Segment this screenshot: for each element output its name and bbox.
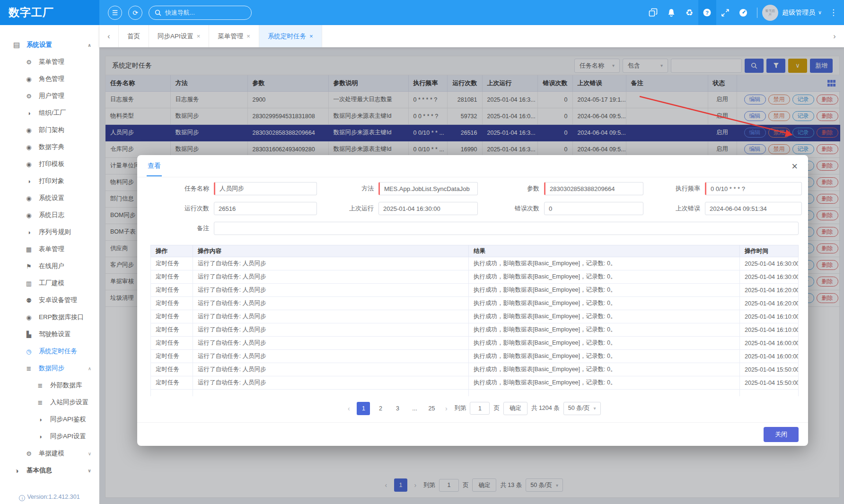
sidebar-item[interactable]: ⚙菜单管理 [0,53,99,70]
recycle-icon: ♻ [686,9,693,17]
page-number-input[interactable] [470,402,490,415]
half-ring-icon: ◑ [25,178,33,185]
sidebar-item[interactable]: ◉系统设置 [0,190,99,207]
tab-item[interactable]: 首页 [118,25,149,47]
sidebar-item[interactable]: ⚙单据建模∨ [0,445,99,462]
tabs-back-button[interactable]: ‹ [99,32,118,41]
last-error-input[interactable] [705,202,802,215]
sidebar-item[interactable]: ▤系统设置∧ [0,36,99,53]
sidebar: ▤系统设置∧⚙菜单管理◉角色管理⚙用户管理◑组织/工厂◉部门架构◉数据字典◉打印… [0,25,99,504]
param-input[interactable] [544,182,643,195]
tabs-forward-button[interactable]: › [825,32,844,41]
field-label: 上次运行 [317,204,378,213]
remark-input[interactable] [214,222,799,235]
log-cell-op: 定时任务 [151,337,193,350]
log-cell-op: 定时任务 [151,350,193,363]
more-menu-icon[interactable]: ⋮ [826,8,844,17]
sidebar-item[interactable]: ◑序列号规则 [0,224,99,241]
task-name-input[interactable] [214,182,317,195]
sidebar-item[interactable]: ◉数据字典 [0,139,99,156]
close-dialog-button[interactable]: 关闭 [764,427,799,442]
sidebar-item[interactable]: ◑同步API设置 [0,428,99,445]
log-cell-content: 运行了自动任务: 人员同步 [193,310,469,323]
sidebar-item[interactable]: ◑基本信息∨ [0,462,99,479]
run-count-input[interactable] [214,202,317,215]
log-cell-result: 执行成功，影响数据表[Basic_Employee]，记录数: 0。 [469,257,740,270]
tab-item[interactable]: 同步API设置× [149,25,209,47]
log-row: 定时任务运行了自动任务: 人员同步执行成功，影响数据表[Basic_Employ… [151,257,799,270]
close-icon[interactable]: × [309,33,313,40]
chart-bars-icon: ▙ [25,331,33,338]
tab-item[interactable]: 系统定时任务× [259,25,322,47]
sidebar-item[interactable]: ◑打印对象 [0,173,99,190]
log-cell-time: 2025-01-04 16:10:00 [740,310,799,323]
sidebar-item[interactable]: ⚑在线用户 [0,258,99,275]
view-dialog: 查看 × 任务名称 方法 参数 执行频率 运行次数 上次运行 错误次数 上次错误… [137,155,808,446]
total-count-label: 共 1204 条 [531,404,560,412]
sidebar-item[interactable]: ≣数据同步∧ [0,360,99,377]
page-unit-label: 页 [493,404,500,412]
quick-nav-search[interactable]: 快速导航... [149,6,252,20]
page-button[interactable]: 2 [374,402,387,415]
log-cell-content: 运行了自动任务: 人员同步 [193,257,469,270]
avatar[interactable]: 暂无图片 [762,5,778,21]
sidebar-item-label: 序列号规则 [39,228,71,236]
sidebar-item[interactable]: ⚉安卓设备管理 [0,292,99,309]
sidebar-item[interactable]: ▙驾驶舱设置 [0,326,99,343]
refresh-button[interactable]: ⟳ [128,6,142,20]
log-cell-result: 执行成功，影响数据表[Basic_Employee]，记录数: 0。 [469,297,740,310]
field-label: 错误次数 [478,204,544,213]
confirm-page-button[interactable]: 确定 [503,402,528,415]
windows-button[interactable] [644,0,662,25]
sidebar-item[interactable]: ◉角色管理 [0,70,99,87]
sidebar-item-label: 系统日志 [39,211,64,219]
sidebar-item[interactable]: ▦表单管理 [0,241,99,258]
half-ring-icon: ◑ [36,416,44,423]
page-button[interactable]: 1 [357,402,370,415]
sidebar-item[interactable]: ◷系统定时任务 [0,343,99,360]
chevron-down-icon: ∨ [818,9,822,16]
sidebar-item[interactable]: ▥工厂建模 [0,275,99,292]
menu-grid-icon: ▤ [12,41,21,49]
log-cell-time: 2025-01-04 15:50:00 [740,363,799,376]
log-cell-empty [740,390,799,396]
last-run-input[interactable] [378,202,478,215]
dashboard-gauge-icon [738,8,748,17]
page-size-select[interactable]: 50 条/页▾ [563,402,601,415]
page-ellipsis: ... [408,402,421,415]
sidebar-item[interactable]: ◉ERP数据库接口 [0,309,99,326]
sidebar-item[interactable]: ≣外部数据库 [0,377,99,394]
log-row: 定时任务运行了自动任务: 人员同步执行成功，影响数据表[Basic_Employ… [151,363,799,376]
sidebar-item[interactable]: ◉打印模板 [0,156,99,173]
sidebar-item[interactable]: ◉系统日志 [0,207,99,224]
close-icon[interactable]: × [246,33,250,40]
fullscreen-button[interactable] [716,0,734,25]
page-button[interactable]: 3 [391,402,404,415]
sidebar-item[interactable]: ◑同步API鉴权 [0,411,99,428]
sidebar-item[interactable]: ⚙用户管理 [0,87,99,104]
page-button[interactable]: 25 [425,402,438,415]
sidebar-item[interactable]: ◉部门架构 [0,122,99,139]
sidebar-item[interactable]: ◑组织/工厂 [0,104,99,122]
sidebar-item[interactable]: ≣入站同步设置 [0,394,99,411]
close-icon[interactable]: × [197,33,201,40]
next-page-button[interactable]: › [442,405,450,412]
notifications-button[interactable] [662,0,680,25]
method-input[interactable] [378,182,478,195]
clock-icon: ◷ [25,348,33,355]
error-count-input[interactable] [544,202,643,215]
search-placeholder: 快速导航... [165,9,195,17]
recycle-button[interactable]: ♻ [680,0,698,25]
dashboard-button[interactable] [734,0,752,25]
help-button[interactable]: ? [698,0,716,25]
svg-text:?: ? [706,10,709,16]
cron-input[interactable] [705,182,802,195]
close-icon[interactable]: × [791,160,798,173]
info-icon: i [19,495,25,501]
log-row: 定时任务运行了自动任务: 人员同步执行成功，影响数据表[Basic_Employ… [151,297,799,310]
sidebar-item-label: 用户管理 [39,92,64,100]
tab-item[interactable]: 菜单管理× [209,25,259,47]
sidebar-toggle-button[interactable]: ☰ [108,6,122,20]
user-menu[interactable]: 超级管理员 [782,9,815,17]
prev-page-button[interactable]: ‹ [344,405,353,412]
